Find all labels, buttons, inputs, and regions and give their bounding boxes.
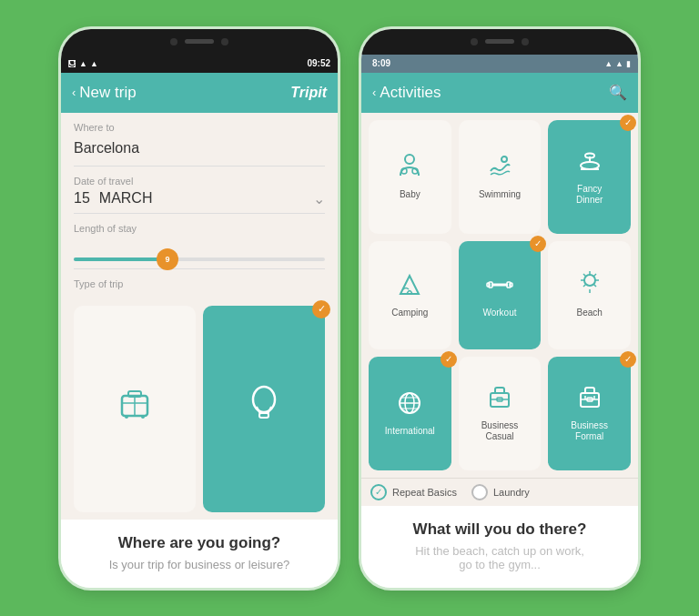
camping-label: Camping: [391, 308, 428, 318]
status-bar-left: ⛾ ▲ ▲ 09:52: [61, 55, 338, 73]
search-icon[interactable]: 🔍: [609, 84, 627, 101]
trip-type-section: Type of trip: [61, 269, 338, 298]
back-button-right[interactable]: ‹: [372, 86, 376, 99]
workout-icon: [486, 271, 513, 304]
slider-container[interactable]: 9: [61, 243, 338, 268]
phone-right: 8:09 ▲ ▲ ▮ ‹ Activities 🔍 B: [359, 26, 641, 591]
front-camera: [170, 38, 177, 45]
trip-card-luggage[interactable]: [74, 306, 196, 512]
activity-card-business-casual[interactable]: BusinessCasual: [459, 357, 542, 470]
international-icon: [396, 389, 423, 422]
slider-track: 9: [74, 258, 325, 261]
caption-sub-left: Is your trip for business or leisure?: [74, 558, 325, 571]
beach-label: Beach: [576, 308, 602, 318]
trip-type-label: Type of trip: [74, 278, 325, 289]
baby-icon: [396, 153, 423, 186]
phone-top-left: [61, 29, 338, 55]
activity-card-swimming[interactable]: Swimming: [459, 120, 542, 234]
activity-card-workout[interactable]: ✓ Workout: [459, 241, 542, 349]
laundry-label: Laundry: [493, 487, 530, 498]
bottom-checkboxes: ✓ Repeat Basics Laundry: [361, 478, 638, 506]
activity-card-beach[interactable]: Beach: [548, 241, 631, 349]
date-section: Date of travel 15 MARCH ⌄: [61, 167, 338, 213]
app-header-right: ‹ Activities 🔍: [361, 73, 638, 113]
svg-point-4: [125, 415, 128, 419]
signal-icon: ▲: [90, 59, 98, 68]
front-camera-2: [221, 38, 228, 45]
date-label: Date of travel: [74, 176, 325, 187]
business-casual-label: BusinessCasual: [481, 420, 519, 442]
activity-card-camping[interactable]: Camping: [369, 241, 451, 349]
app-content-left: Where to Barcelona Date of travel 15 MAR…: [61, 113, 338, 520]
svg-line-30: [593, 274, 596, 277]
stay-label: Length of stay: [74, 223, 325, 234]
slider-thumb[interactable]: 9: [157, 248, 178, 270]
activity-card-international[interactable]: ✓ International: [369, 357, 451, 470]
wifi-icon: ▲: [79, 59, 87, 68]
svg-line-29: [593, 284, 596, 287]
laundry-option[interactable]: Laundry: [471, 484, 530, 500]
wifi-icon-r: ▲: [615, 59, 623, 68]
caption-title-left: Where are you going?: [74, 534, 325, 552]
business-casual-icon: [486, 384, 513, 417]
workout-check: ✓: [530, 236, 546, 252]
front-camera-r: [471, 38, 478, 45]
beach-icon: [576, 271, 603, 304]
tripit-logo: Tripit: [290, 85, 327, 101]
camping-icon: [396, 271, 423, 304]
swimming-icon: [486, 153, 513, 186]
activities-grid: Baby Swimming ✓: [361, 113, 638, 478]
svg-rect-9: [259, 413, 268, 418]
back-button-left[interactable]: ‹: [72, 86, 76, 99]
business-formal-label: BusinessFormal: [571, 420, 608, 442]
svg-point-14: [581, 162, 599, 169]
laundry-check: [471, 484, 488, 500]
app-title-left: New trip: [79, 84, 136, 102]
repeat-basics-label: Repeat Basics: [392, 487, 457, 498]
phone-left: ⛾ ▲ ▲ 09:52 ‹ New trip Tripit Where to B…: [58, 26, 340, 591]
where-value[interactable]: Barcelona: [74, 136, 325, 160]
app-header-left: ‹ New trip Tripit: [61, 73, 338, 113]
status-left-icons: ⛾ ▲ ▲: [68, 59, 98, 68]
app-content-right: Baby Swimming ✓: [361, 113, 638, 506]
svg-point-16: [585, 154, 594, 158]
where-label: Where to: [74, 122, 325, 133]
repeat-basics-check: ✓: [370, 484, 387, 500]
luggage-icon: [115, 383, 155, 430]
balloon-check-badge: ✓: [312, 300, 330, 318]
status-time-right: 8:09: [372, 58, 390, 68]
baby-label: Baby: [400, 189, 420, 200]
front-camera-r2: [522, 38, 529, 45]
signal-icon-r: ▲: [604, 59, 613, 68]
fancy-dinner-check: ✓: [620, 115, 636, 131]
international-check: ✓: [441, 351, 457, 368]
status-time-left: 09:52: [307, 58, 330, 68]
repeat-basics-option[interactable]: ✓ Repeat Basics: [370, 484, 457, 500]
fancy-dinner-icon: [576, 147, 603, 180]
fancy-dinner-label: FancyDinner: [576, 184, 603, 206]
status-bar-right: 8:09 ▲ ▲ ▮: [361, 55, 638, 73]
trip-type-grid: ✓: [61, 298, 338, 520]
business-formal-check: ✓: [620, 351, 636, 368]
date-month[interactable]: MARCH: [99, 190, 153, 207]
balloon-icon: [244, 383, 284, 430]
svg-line-31: [583, 284, 586, 287]
where-to-section: Where to Barcelona: [61, 113, 338, 166]
activity-card-business-formal[interactable]: ✓ BusinessFormal: [548, 357, 631, 470]
date-day[interactable]: 15: [74, 190, 90, 207]
svg-point-10: [405, 155, 414, 164]
workout-label: Workout: [482, 308, 516, 318]
international-label: International: [385, 426, 435, 437]
caption-title-right: What will you do there?: [374, 520, 625, 539]
activity-card-baby[interactable]: Baby: [369, 120, 451, 234]
svg-point-5: [141, 415, 145, 419]
bluetooth-icon: ⛾: [68, 59, 76, 68]
date-chevron-icon[interactable]: ⌄: [313, 190, 325, 207]
business-formal-icon: [576, 384, 603, 417]
trip-card-balloon[interactable]: ✓: [203, 306, 325, 512]
activity-card-fancy-dinner[interactable]: ✓ FancyDinner: [548, 120, 631, 234]
status-right-icons: ▲ ▲ ▮: [604, 59, 631, 68]
stay-section: Length of stay: [61, 214, 338, 243]
speaker: [185, 39, 214, 44]
svg-point-13: [501, 157, 507, 162]
